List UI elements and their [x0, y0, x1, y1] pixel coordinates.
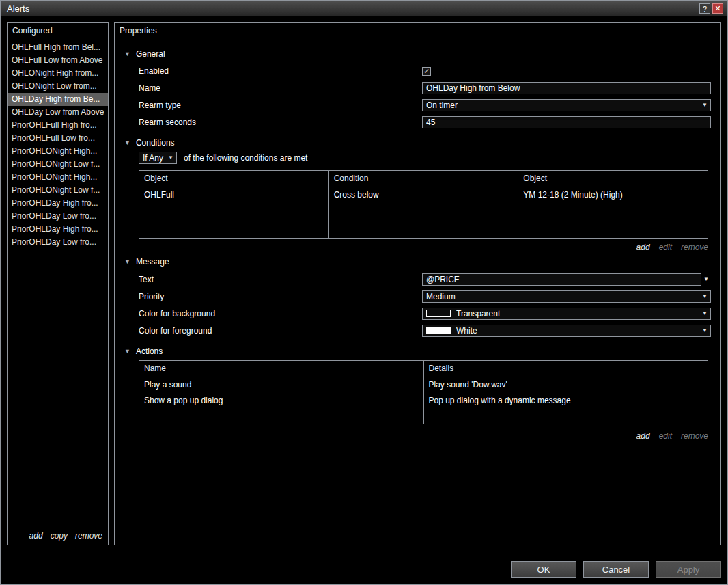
remove-condition-link[interactable]: remove [681, 243, 708, 254]
list-item[interactable]: PriorOHLONight High... [8, 171, 108, 184]
ok-button[interactable]: OK [511, 561, 576, 578]
action-row-details[interactable]: Pop up dialog with a dynamic message [424, 393, 708, 409]
list-item[interactable]: OHLONight Low from... [8, 80, 108, 93]
list-item[interactable]: PriorOHLDay High fro... [8, 223, 108, 236]
foreground-color-select[interactable]: White ▼ [422, 325, 711, 337]
enabled-checkbox[interactable]: ✓ [422, 67, 431, 76]
collapse-icon: ▼ [124, 140, 130, 146]
actions-links: add edit remove [115, 431, 708, 442]
actions-col-header[interactable]: Details [424, 361, 708, 377]
rearm-type-label: Rearm type [139, 100, 422, 110]
properties-content: ▼ General Enabled ✓ Name Rearm type O [115, 41, 720, 545]
list-item[interactable]: PriorOHLDay Low fro... [8, 236, 108, 249]
chevron-down-icon: ▼ [702, 293, 708, 299]
configured-list: OHLFull High from Bel... OHLFull Low fro… [8, 41, 108, 527]
section-general-label: General [136, 49, 165, 59]
list-item[interactable]: PriorOHLONight Low f... [8, 158, 108, 171]
section-message[interactable]: ▼ Message [124, 257, 720, 267]
titlebar[interactable]: Alerts ? ✕ [1, 1, 727, 16]
edit-condition-link[interactable]: edit [659, 243, 672, 254]
list-item[interactable]: PriorOHLDay Low fro... [8, 210, 108, 223]
action-row-name[interactable]: Play a sound [139, 377, 423, 393]
section-conditions[interactable]: ▼ Conditions [124, 138, 720, 148]
condition-row-object2[interactable]: YM 12-18 (2 Minute) (High) [518, 187, 708, 203]
chevron-down-icon: ▼ [702, 102, 708, 108]
alerts-dialog: Alerts ? ✕ Configured OHLFull High from … [0, 0, 728, 585]
name-label: Name [139, 83, 422, 93]
white-swatch [426, 327, 451, 334]
actions-col-header[interactable]: Name [139, 361, 423, 377]
apply-button[interactable]: Apply [656, 561, 721, 578]
section-conditions-label: Conditions [136, 138, 175, 148]
footer: OK Cancel Apply [511, 561, 721, 578]
configured-panel: Configured OHLFull High from Bel... OHLF… [7, 22, 109, 545]
foreground-color-label: Color for foreground [139, 326, 422, 336]
message-text-input[interactable] [422, 273, 701, 286]
list-item[interactable]: PriorOHLDay High fro... [8, 197, 108, 210]
collapse-icon: ▼ [124, 259, 130, 265]
checkmark-icon: ✓ [423, 67, 430, 75]
edit-action-link[interactable]: edit [659, 431, 672, 442]
chevron-down-icon: ▼ [702, 327, 708, 334]
transparent-swatch [426, 310, 451, 317]
list-item[interactable]: PriorOHLONight Low f... [8, 184, 108, 197]
rearm-type-select[interactable]: On timer ▼ [422, 99, 711, 111]
match-mode-value: If Any [143, 153, 163, 163]
section-actions[interactable]: ▼ Actions [124, 346, 720, 356]
condition-row-condition[interactable]: Cross below [329, 187, 518, 203]
copy-alert-link[interactable]: copy [51, 531, 68, 541]
remove-alert-link[interactable]: remove [75, 531, 102, 541]
add-condition-link[interactable]: add [636, 243, 650, 254]
rearm-seconds-label: Rearm seconds [139, 118, 422, 127]
add-alert-link[interactable]: add [29, 531, 43, 541]
list-item-selected[interactable]: OHLDay High from Be... [8, 93, 108, 106]
rearm-seconds-input[interactable] [422, 116, 711, 128]
close-button[interactable]: ✕ [712, 3, 723, 14]
message-text-label: Text [139, 275, 422, 284]
conditions-col-header[interactable]: Condition [329, 171, 518, 187]
match-mode-suffix: of the following conditions are met [184, 153, 307, 163]
remove-action-link[interactable]: remove [681, 431, 708, 442]
help-button[interactable]: ? [699, 3, 710, 14]
configured-header: Configured [8, 23, 108, 40]
properties-header: Properties [115, 23, 720, 40]
close-icon: ✕ [714, 4, 720, 13]
rearm-type-value: On timer [426, 100, 458, 110]
priority-value: Medium [426, 292, 456, 301]
action-row-details[interactable]: Play sound 'Dow.wav' [424, 377, 708, 393]
collapse-icon: ▼ [124, 349, 130, 355]
chevron-down-icon: ▼ [168, 154, 173, 161]
priority-select[interactable]: Medium ▼ [422, 290, 711, 303]
match-mode-select[interactable]: If Any ▼ [139, 152, 177, 164]
list-item[interactable]: PriorOHLFull High fro... [8, 119, 108, 132]
background-color-select[interactable]: Transparent ▼ [422, 308, 711, 320]
section-general[interactable]: ▼ General [124, 49, 720, 59]
actions-table[interactable]: Name Play a sound Show a pop up dialog D… [139, 360, 708, 424]
list-item[interactable]: OHLONight High from... [8, 67, 108, 80]
list-item[interactable]: PriorOHLONight High... [8, 145, 108, 158]
conditions-table[interactable]: Object OHLFull Condition Cross below Obj… [139, 170, 708, 239]
conditions-col-header[interactable]: Object [139, 171, 328, 187]
list-item[interactable]: OHLDay Low from Above [8, 106, 108, 119]
list-item[interactable]: OHLFull High from Bel... [8, 41, 108, 54]
list-item[interactable]: OHLFull Low from Above [8, 54, 108, 67]
conditions-links: add edit remove [115, 243, 708, 254]
list-item[interactable]: PriorOHLFull Low fro... [8, 132, 108, 145]
cancel-button[interactable]: Cancel [583, 561, 649, 578]
foreground-color-value: White [456, 326, 477, 336]
condition-row-object[interactable]: OHLFull [139, 187, 328, 203]
background-color-label: Color for background [139, 309, 422, 318]
action-row-name[interactable]: Show a pop up dialog [139, 393, 423, 409]
conditions-col-header[interactable]: Object [518, 171, 708, 187]
enabled-label: Enabled [139, 66, 422, 76]
window-title: Alerts [7, 3, 697, 14]
add-action-link[interactable]: add [636, 431, 650, 442]
name-input[interactable] [422, 82, 711, 94]
message-text-dropdown-button[interactable]: ▼ [701, 274, 711, 285]
section-message-label: Message [136, 257, 169, 267]
help-icon: ? [703, 5, 707, 13]
chevron-down-icon: ▼ [703, 276, 709, 282]
collapse-icon: ▼ [124, 51, 130, 57]
chevron-down-icon: ▼ [702, 310, 708, 316]
background-color-value: Transparent [456, 309, 500, 318]
